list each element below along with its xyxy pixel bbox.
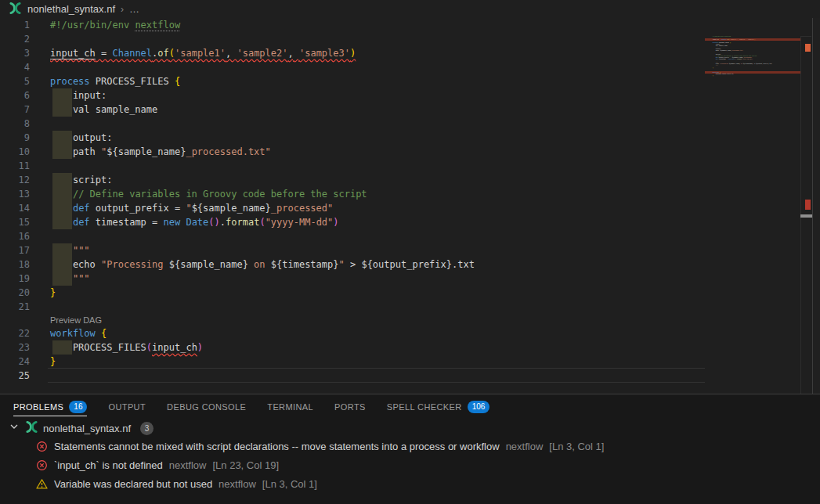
code-line[interactable]: 25 bbox=[0, 369, 705, 383]
code-token: } bbox=[50, 356, 56, 367]
code-line[interactable]: 18 echo "Processing ${sample_name} on ${… bbox=[0, 257, 705, 272]
code-line[interactable]: 17 """ bbox=[0, 243, 705, 257]
code-line[interactable]: 9 output: bbox=[0, 131, 705, 145]
problem-message: `input_ch` is not defined bbox=[54, 459, 163, 471]
problem-row[interactable]: Statements cannot be mixed with script d… bbox=[0, 437, 820, 455]
code-token: val sample_name bbox=[713, 45, 728, 47]
codelens-preview-dag[interactable]: Preview DAG bbox=[0, 314, 705, 326]
code-editor[interactable]: 1#!/usr/bin/env nextflow23input_ch = Cha… bbox=[0, 18, 820, 394]
line-content: } bbox=[50, 286, 56, 300]
line-number: 11 bbox=[0, 159, 30, 173]
line-content: def output_prefix = "${sample_name}_proc… bbox=[50, 201, 333, 215]
code-token: _processed" bbox=[271, 203, 333, 214]
line-content: #!/usr/bin/env nextflow bbox=[713, 35, 731, 37]
panel-tab-debug-console[interactable]: DEBUG CONSOLE bbox=[167, 394, 246, 419]
code-token: ${timestamp} bbox=[743, 63, 753, 65]
code-line[interactable]: 15 def timestamp = new Date().format("yy… bbox=[0, 215, 705, 229]
code-line[interactable]: 11 bbox=[0, 159, 705, 173]
minimap-code: 1#!/usr/bin/env nextflow23input_ch = Cha… bbox=[710, 35, 786, 78]
panel-tab-spell-checker[interactable]: SPELL CHECKER106 bbox=[387, 394, 490, 419]
code-line[interactable]: 21 bbox=[710, 68, 786, 70]
code-line[interactable]: 25 bbox=[710, 76, 786, 77]
line-content: path "${sample_name}_processed.txt" bbox=[713, 50, 743, 52]
line-number: 3 bbox=[0, 46, 30, 60]
code-line[interactable]: 7 val sample_name bbox=[0, 103, 705, 117]
code-token: timestamp = bbox=[96, 217, 164, 228]
code-token: ( bbox=[208, 217, 214, 228]
code-line[interactable]: 13 // Define variables in Groovy code be… bbox=[0, 187, 705, 201]
panel-tab-terminal[interactable]: TERMINAL bbox=[267, 394, 313, 419]
code-token: 'sample2' bbox=[739, 38, 746, 40]
code-line[interactable]: 8 bbox=[0, 117, 705, 131]
code-token: """ bbox=[73, 273, 90, 284]
code-line[interactable]: 10 path "${sample_name}_processed.txt" bbox=[0, 145, 705, 159]
line-content: val sample_name bbox=[713, 45, 728, 47]
code-line[interactable]: 2 bbox=[0, 32, 705, 46]
code-line[interactable]: 6 input: bbox=[0, 88, 705, 103]
problem-row[interactable]: `input_ch` is not definednextflow[Ln 23,… bbox=[0, 455, 820, 474]
code-line[interactable]: 16 bbox=[0, 229, 705, 243]
code-line[interactable]: 5process PROCESS_FILES { bbox=[0, 74, 705, 88]
code-line[interactable]: 12 script: bbox=[0, 173, 705, 187]
minimap[interactable]: 1#!/usr/bin/env nextflow23input_ch = Cha… bbox=[705, 18, 800, 412]
code-line[interactable]: 19 """ bbox=[0, 272, 705, 286]
code-line[interactable]: 20} bbox=[0, 286, 705, 300]
code-line[interactable]: 24} bbox=[0, 355, 705, 369]
breadcrumb-more[interactable]: … bbox=[129, 3, 140, 15]
code-token: process bbox=[50, 76, 96, 87]
code-token: 'sample1' bbox=[175, 48, 226, 59]
panel-tab-bar: PROBLEMS16OUTPUTDEBUG CONSOLETERMINALPOR… bbox=[0, 394, 820, 419]
warning-icon bbox=[36, 478, 48, 490]
indent-highlight bbox=[52, 243, 72, 257]
code-line[interactable]: 22workflow { bbox=[0, 326, 705, 340]
panel-tab-ports[interactable]: PORTS bbox=[334, 394, 366, 419]
code-token: """ bbox=[73, 245, 90, 256]
line-content: val sample_name bbox=[50, 103, 157, 117]
breadcrumb-filename[interactable]: nonlethal_syntax.nf bbox=[27, 3, 115, 15]
code-token: .txt bbox=[768, 63, 771, 65]
breadcrumb: nonlethal_syntax.nf › … bbox=[0, 0, 820, 18]
code-token: nextflow bbox=[724, 35, 731, 37]
overview-cursor-marker bbox=[800, 214, 812, 218]
problem-source: nextflow bbox=[219, 478, 256, 490]
panel-tab-problems[interactable]: PROBLEMS16 bbox=[13, 394, 87, 419]
line-content: echo "Processing ${sample_name} on ${tim… bbox=[50, 257, 475, 272]
problems-file-group[interactable]: nonlethal_syntax.nf 3 bbox=[0, 419, 820, 437]
minimap-content: 1#!/usr/bin/env nextflow23input_ch = Cha… bbox=[710, 35, 786, 78]
code-token: ( bbox=[146, 342, 152, 353]
line-content: def timestamp = new Date().format("yyyy-… bbox=[50, 215, 339, 229]
indent-highlight bbox=[52, 145, 72, 159]
code-token: " bbox=[186, 203, 191, 214]
line-content: input_ch = Channel.of('sample1', 'sample… bbox=[50, 46, 356, 60]
panel-tab-label: TERMINAL bbox=[267, 402, 313, 412]
code-line[interactable]: 3input_ch = Channel.of('sample1', 'sampl… bbox=[0, 46, 705, 60]
code-token: { bbox=[730, 42, 731, 44]
code-token: ) bbox=[215, 217, 220, 228]
code-token: ( bbox=[259, 217, 265, 228]
chevron-down-icon[interactable] bbox=[8, 420, 20, 436]
code-token: path bbox=[713, 50, 720, 52]
tab-count-badge: 16 bbox=[69, 401, 87, 413]
code-line[interactable]: 14 def output_prefix = "${sample_name}_p… bbox=[0, 201, 705, 215]
code-token: } bbox=[713, 67, 713, 68]
line-content: PROCESS_FILES(input_ch) bbox=[713, 73, 734, 74]
overview-error-marker bbox=[805, 200, 811, 210]
code-line[interactable]: 4 bbox=[0, 60, 705, 74]
line-number: 15 bbox=[0, 215, 30, 229]
code-token: ${output_prefix} bbox=[756, 63, 768, 65]
code-line[interactable]: 23 PROCESS_FILES(input_ch) bbox=[0, 340, 705, 355]
indent-highlight bbox=[52, 340, 72, 355]
line-content: } bbox=[50, 355, 56, 369]
code-token: ) bbox=[754, 38, 755, 40]
code-token: 'sample1' bbox=[730, 38, 737, 40]
code-line[interactable]: 21 bbox=[0, 300, 705, 314]
code-token: . bbox=[220, 217, 226, 228]
code-token: ) bbox=[197, 342, 203, 353]
panel-tab-output[interactable]: OUTPUT bbox=[108, 394, 146, 419]
line-number: 4 bbox=[0, 60, 30, 74]
code-token: ${sample_name} bbox=[721, 50, 731, 52]
problem-row[interactable]: Variable was declared but not usednextfl… bbox=[0, 474, 820, 493]
line-number: 18 bbox=[0, 257, 30, 272]
code-line[interactable]: 1#!/usr/bin/env nextflow bbox=[0, 18, 705, 32]
code-token: "Processing bbox=[101, 259, 169, 270]
